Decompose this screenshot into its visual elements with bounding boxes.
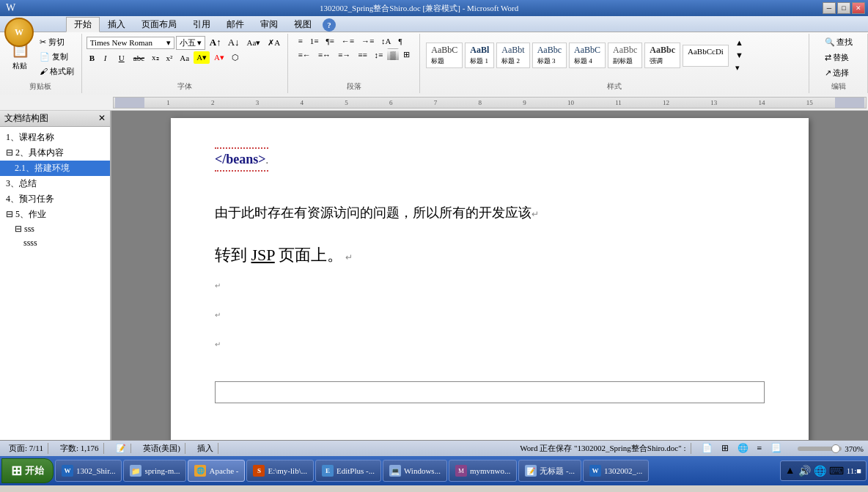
insert-mode-status[interactable]: 插入 bbox=[193, 443, 218, 454]
text-effect-button[interactable]: ⬡ bbox=[229, 51, 242, 64]
editing-label: 编辑 bbox=[831, 81, 846, 92]
line-spacing-button[interactable]: ↕≡ bbox=[372, 48, 386, 61]
doc-map-item[interactable]: ⊟ 2、具体内容 bbox=[0, 145, 110, 161]
language-status[interactable]: 英语(美国) bbox=[139, 443, 185, 454]
tray-expand-icon[interactable]: ▲ bbox=[785, 465, 795, 477]
maximize-button[interactable]: □ bbox=[837, 2, 850, 14]
tab-layout[interactable]: 页面布局 bbox=[133, 17, 185, 32]
taskbar-btn-spring[interactable]: 📁 spring-m... bbox=[123, 460, 186, 482]
show-marks-button[interactable]: ¶ bbox=[396, 35, 405, 47]
style-more[interactable]: ▾ bbox=[732, 62, 746, 74]
outline-view-btn[interactable]: ≡ bbox=[754, 441, 765, 455]
borders-button[interactable]: ⊞ bbox=[400, 48, 413, 61]
zoom-level[interactable]: 370% bbox=[845, 444, 864, 453]
italic-button[interactable]: I bbox=[101, 52, 114, 64]
tray-network-icon[interactable]: 🌐 bbox=[814, 465, 826, 477]
style-title[interactable]: AaBbC标题 bbox=[426, 43, 463, 68]
style-h1[interactable]: AaBl标题 1 bbox=[465, 43, 494, 68]
grow-font-button[interactable]: A↑ bbox=[207, 35, 224, 50]
change-case-button[interactable]: Aa▾ bbox=[244, 37, 264, 49]
start-button[interactable]: ⊞ 开始 bbox=[1, 458, 54, 483]
font-name-selector[interactable]: Times New Roman▾ bbox=[87, 37, 174, 49]
strikethrough-button[interactable]: abc bbox=[130, 52, 147, 64]
page-status[interactable]: 页面: 7/11 bbox=[4, 443, 48, 454]
paragraph-label: 段落 bbox=[347, 81, 361, 92]
style-subtitle[interactable]: AaBbc副标题 bbox=[608, 43, 642, 68]
font-btn-aa[interactable]: Aa bbox=[177, 52, 192, 64]
tab-view[interactable]: 视图 bbox=[286, 17, 320, 32]
multilevel-button[interactable]: ¶≡ bbox=[323, 35, 336, 47]
table-section bbox=[215, 381, 765, 403]
sort-button[interactable]: ↕A bbox=[378, 35, 394, 47]
style-scroll-down[interactable]: ▼ bbox=[732, 49, 746, 61]
font-size-selector[interactable]: 小五▾ bbox=[176, 36, 205, 50]
tab-review[interactable]: 审阅 bbox=[252, 17, 286, 32]
select-button[interactable]: ↗ 选择 bbox=[822, 66, 852, 80]
style-h3[interactable]: AaBbc标题 3 bbox=[532, 43, 567, 68]
justify-button[interactable]: ≡≡ bbox=[355, 48, 369, 61]
full-screen-btn[interactable]: ⊞ bbox=[718, 441, 732, 455]
tab-insert[interactable]: 插入 bbox=[100, 17, 133, 32]
shading-button[interactable]: ▒ bbox=[387, 48, 399, 61]
style-h2[interactable]: AaBbt标题 2 bbox=[496, 43, 529, 68]
taskbar-btn-windows[interactable]: 💻 Windows... bbox=[383, 460, 447, 482]
web-view-btn[interactable]: 🌐 bbox=[735, 441, 751, 455]
office-button[interactable]: W bbox=[4, 18, 34, 47]
tray-keyboard-icon[interactable]: ⌨ bbox=[829, 465, 844, 477]
font-color-button[interactable]: A▾ bbox=[211, 51, 227, 64]
draft-view-btn[interactable]: 📃 bbox=[768, 441, 784, 455]
taskbar-btn-1302002[interactable]: W 1302002_... bbox=[583, 460, 649, 482]
underline-button[interactable]: U bbox=[116, 52, 129, 64]
doc-map-item[interactable]: ⊟ 5、作业 bbox=[0, 207, 110, 222]
tab-start[interactable]: 开始 bbox=[66, 17, 100, 32]
document-canvas[interactable]: </beans>. 由于此时存在有资源访问的问题，所以所有的开发应该↵ 转到 J… bbox=[111, 111, 868, 440]
format-painter-button[interactable]: 🖌 格式刷 bbox=[37, 65, 77, 78]
bullets-button[interactable]: ≡ bbox=[295, 35, 306, 47]
help-button[interactable]: ? bbox=[323, 18, 336, 32]
decrease-indent-button[interactable]: ←≡ bbox=[339, 35, 357, 47]
highlight-button[interactable]: A▾ bbox=[194, 51, 210, 64]
doc-map-item[interactable]: 3、总结 bbox=[0, 176, 110, 191]
doc-map-item[interactable]: 1、课程名称 bbox=[0, 130, 110, 145]
superscript-button[interactable]: x² bbox=[163, 52, 176, 64]
doc-map-item[interactable]: ⊟ sss bbox=[0, 222, 110, 236]
align-center-button[interactable]: ≡↔ bbox=[315, 48, 334, 61]
taskbar-btn-1302[interactable]: W 1302_Shir... bbox=[55, 460, 122, 482]
paragraph-group: ≡ 1≡ ¶≡ ←≡ →≡ ↕A ¶ ≡← ≡↔ ≡→ ≡≡ ↕≡ ▒ ⊞ 段落 bbox=[288, 34, 420, 93]
taskbar-btn-editplus[interactable]: E EditPlus -... bbox=[315, 460, 381, 482]
cut-button[interactable]: ✂ 剪切 bbox=[37, 35, 77, 49]
taskbar-btn-notepad[interactable]: 📝 无标题 -... bbox=[518, 460, 581, 482]
subscript-button[interactable]: x₂ bbox=[149, 51, 162, 64]
tab-mail[interactable]: 邮件 bbox=[218, 17, 252, 32]
align-right-button[interactable]: ≡→ bbox=[335, 48, 353, 61]
zoom-slider[interactable] bbox=[798, 447, 842, 451]
doc-map-close-btn[interactable]: ✕ bbox=[98, 113, 106, 124]
windows-icon: 💻 bbox=[389, 465, 401, 477]
replace-button[interactable]: ⇄ 替换 bbox=[822, 51, 852, 65]
copy-button[interactable]: 📄 复制 bbox=[37, 50, 77, 64]
print-view-btn[interactable]: 📄 bbox=[699, 441, 716, 455]
doc-map-item-selected[interactable]: 2.1、搭建环境 bbox=[0, 161, 110, 176]
taskbar-btn-mymvn[interactable]: M mymvnwo... bbox=[449, 460, 517, 482]
save-status: Word 正在保存 "1302002_Spring整合Shiro.doc" : bbox=[515, 443, 691, 454]
doc-map-item[interactable]: ssss bbox=[0, 236, 110, 250]
increase-indent-button[interactable]: →≡ bbox=[358, 35, 377, 47]
find-button[interactable]: 🔍 查找 bbox=[822, 35, 856, 49]
shrink-font-button[interactable]: A↓ bbox=[225, 35, 243, 50]
align-left-button[interactable]: ≡← bbox=[295, 48, 314, 61]
style-other[interactable]: AaBbCcDi bbox=[683, 45, 729, 67]
bold-button[interactable]: B bbox=[87, 52, 100, 64]
style-emphasis[interactable]: AaBbc强调 bbox=[644, 43, 680, 68]
tab-references[interactable]: 引用 bbox=[185, 17, 218, 32]
doc-map-item[interactable]: 4、预习任务 bbox=[0, 191, 110, 207]
taskbar-btn-editplus-s[interactable]: S E:\my-lib\... bbox=[246, 460, 313, 482]
tray-volume-icon[interactable]: 🔊 bbox=[798, 465, 811, 477]
taskbar-btn-apache[interactable]: 🌐 Apache - bbox=[188, 460, 245, 482]
minimize-button[interactable]: ─ bbox=[823, 2, 836, 14]
paragraph-1: 由于此时存在有资源访问的问题，所以所有的开发应该↵ bbox=[215, 201, 765, 224]
numbering-button[interactable]: 1≡ bbox=[307, 35, 322, 47]
close-button[interactable]: ✕ bbox=[852, 2, 865, 14]
style-h4[interactable]: AaBbC标题 4 bbox=[569, 43, 606, 68]
clear-format-button[interactable]: ✗A bbox=[265, 37, 283, 49]
style-scroll-up[interactable]: ▲ bbox=[732, 37, 746, 48]
